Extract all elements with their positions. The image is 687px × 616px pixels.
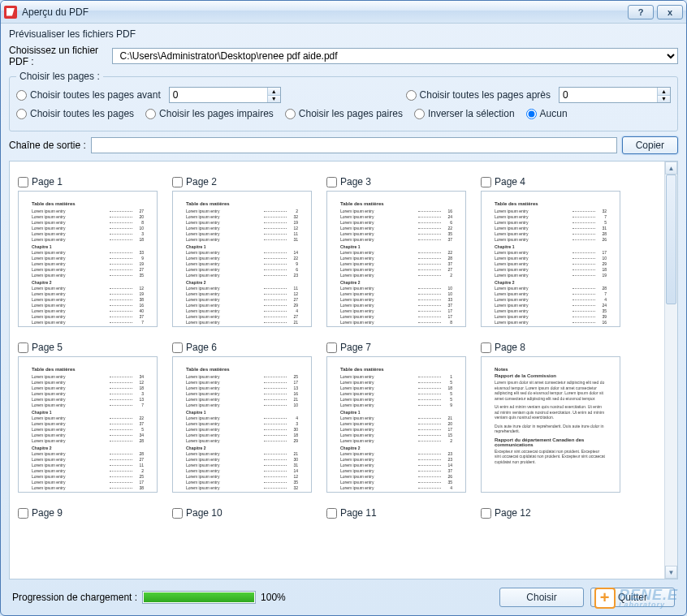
thumbnail-cell: Page 9 [18, 507, 158, 522]
file-row: Choisissez un fichier PDF : C:\Users\Adm… [9, 45, 678, 67]
thumbnail-cell: Page 12 [481, 507, 620, 522]
vertical-scrollbar[interactable]: ▲ ▼ [664, 162, 677, 579]
radio-none[interactable]: Aucun [526, 108, 568, 119]
radio-even[interactable]: Choisir les pages paires [285, 108, 403, 119]
thumbnail-header: Page 1 [18, 176, 158, 187]
thumbnail-page[interactable]: Table des matièresLorem ipsum entry32Lor… [481, 191, 620, 327]
choose-file-label: Choisissez un fichier PDF : [9, 45, 107, 67]
radio-odd-input[interactable] [145, 109, 156, 119]
thumbnail-header: Page 3 [326, 176, 466, 187]
thumbnail-label: Page 11 [340, 507, 377, 519]
quit-button[interactable]: Quitter [590, 588, 675, 607]
radio-none-input[interactable] [526, 109, 537, 119]
thumbnail-header: Page 2 [172, 176, 312, 187]
file-path-select[interactable]: C:\Users\Administrator\Desktop\renee pdf… [112, 48, 678, 64]
bottom-buttons: Choisir Quitter + RENE.E Laboratory [499, 588, 675, 607]
thumbnail-cell: Page 3Table des matièresLorem ipsum entr… [326, 176, 466, 327]
window-title: Aperçu du PDF [22, 6, 89, 18]
spinner-after-up[interactable]: ▲ [657, 88, 670, 96]
spinner-before-up[interactable]: ▲ [267, 88, 280, 96]
thumbnail-checkbox[interactable] [172, 508, 183, 519]
thumbnail-checkbox[interactable] [481, 508, 491, 519]
radio-odd[interactable]: Choisir les pages impaires [145, 108, 274, 119]
radio-none-label: Aucun [540, 108, 568, 119]
radio-invert[interactable]: Inverser la sélection [414, 108, 515, 119]
preview-frame: Page 1Table des matièresLorem ipsum entr… [9, 161, 678, 579]
thumbnail-page[interactable]: Table des matièresLorem ipsum entry27Lor… [18, 191, 158, 327]
copy-button[interactable]: Copier [622, 136, 678, 154]
output-input[interactable] [91, 137, 617, 153]
thumbnail-checkbox[interactable] [18, 508, 28, 519]
thumbnail-checkbox[interactable] [326, 177, 337, 187]
thumbnail-header: Page 7 [326, 342, 466, 353]
scroll-track[interactable] [665, 174, 677, 566]
thumbnail-cell: Page 2Table des matièresLorem ipsum entr… [172, 176, 312, 327]
thumbnail-page[interactable]: Table des matièresLorem ipsum entry16Lor… [326, 191, 466, 327]
thumbnail-header: Page 12 [481, 507, 620, 519]
radio-after-input[interactable] [406, 90, 417, 101]
spinner-after[interactable]: ▲ ▼ [559, 87, 671, 103]
thumbnail-cell: Page 7Table des matièresLorem ipsum entr… [326, 342, 466, 493]
spinner-before[interactable]: ▲ ▼ [169, 87, 281, 103]
help-button[interactable]: ? [628, 5, 654, 19]
radio-before-input[interactable] [16, 90, 27, 101]
thumbnail-page[interactable]: Table des matièresLorem ipsum entry25Lor… [172, 356, 312, 493]
thumbnail-label: Page 9 [32, 507, 63, 519]
thumbnail-checkbox[interactable] [481, 342, 491, 353]
radio-before[interactable]: Choisir toutes les pages avant [16, 89, 161, 101]
output-label: Chaîne de sortie : [9, 140, 86, 151]
spinner-after-down[interactable]: ▼ [657, 96, 670, 103]
scroll-down-button[interactable]: ▼ [665, 566, 677, 579]
thumbnail-label: Page 3 [340, 176, 371, 187]
spinner-before-down[interactable]: ▼ [267, 96, 280, 103]
bottom-bar: Progression de chargement : 100% Choisir… [9, 583, 678, 610]
thumbnail-header: Page 9 [18, 507, 158, 519]
progress-label: Progression de chargement : [12, 592, 137, 603]
scroll-thumb[interactable] [666, 174, 676, 304]
spinner-after-input[interactable] [560, 88, 657, 102]
thumbnail-header: Page 10 [172, 507, 312, 519]
radio-all-input[interactable] [16, 109, 27, 119]
thumbnail-label: Page 2 [186, 176, 217, 187]
thumbnail-label: Page 6 [186, 342, 217, 353]
thumbnail-page[interactable]: Table des matièresLorem ipsum entry2Lore… [172, 191, 312, 327]
thumbnail-checkbox[interactable] [172, 177, 183, 187]
radio-all[interactable]: Choisir toutes les pages [16, 108, 134, 119]
close-button[interactable]: x [657, 5, 683, 19]
radio-invert-input[interactable] [414, 109, 425, 119]
thumbnail-checkbox[interactable] [18, 177, 28, 187]
radio-all-label: Choisir toutes les pages [30, 108, 134, 119]
progress-fill [144, 592, 254, 602]
thumbnail-label: Page 10 [186, 507, 223, 519]
thumbnail-checkbox[interactable] [172, 342, 183, 353]
thumbnail-cell: Page 5Table des matièresLorem ipsum entr… [18, 342, 158, 493]
radio-even-input[interactable] [285, 109, 296, 119]
thumbnail-label: Page 12 [495, 507, 531, 519]
thumbnail-checkbox[interactable] [18, 342, 28, 353]
thumbnail-checkbox[interactable] [326, 508, 337, 519]
thumbnail-label: Page 5 [32, 342, 63, 353]
thumbnail-cell: Page 4Table des matièresLorem ipsum entr… [481, 176, 620, 327]
progress-percent: 100% [261, 592, 286, 603]
thumbnail-grid: Page 1Table des matièresLorem ipsum entr… [18, 176, 656, 522]
progress-bar [142, 591, 256, 604]
scroll-up-button[interactable]: ▲ [665, 162, 677, 174]
output-row: Chaîne de sortie : Copier [9, 136, 678, 154]
thumbnail-label: Page 4 [495, 176, 525, 187]
thumbnail-label: Page 8 [495, 342, 525, 353]
preview-label: Prévisualiser les fichiers PDF [9, 28, 678, 40]
thumbnail-checkbox[interactable] [326, 342, 337, 353]
thumbnail-page[interactable]: Table des matièresLorem ipsum entry34Lor… [18, 356, 158, 493]
spinner-before-input[interactable] [170, 88, 267, 102]
choose-button[interactable]: Choisir [499, 588, 584, 607]
app-icon [4, 6, 17, 19]
preview-scroll[interactable]: Page 1Table des matièresLorem ipsum entr… [10, 162, 664, 579]
radio-after-label: Choisir toutes les pages après [420, 89, 551, 101]
radio-after[interactable]: Choisir toutes les pages après [406, 89, 551, 101]
thumbnail-header: Page 4 [481, 176, 620, 187]
thumbnail-cell: Page 10 [172, 507, 312, 522]
thumbnail-page[interactable]: Table des matièresLorem ipsum entry1Lore… [326, 356, 466, 493]
thumbnail-checkbox[interactable] [481, 177, 491, 187]
titlebar[interactable]: Aperçu du PDF ? x [1, 1, 686, 24]
thumbnail-page[interactable]: NotesRapport de la CommissionLorem ipsum… [481, 356, 620, 493]
